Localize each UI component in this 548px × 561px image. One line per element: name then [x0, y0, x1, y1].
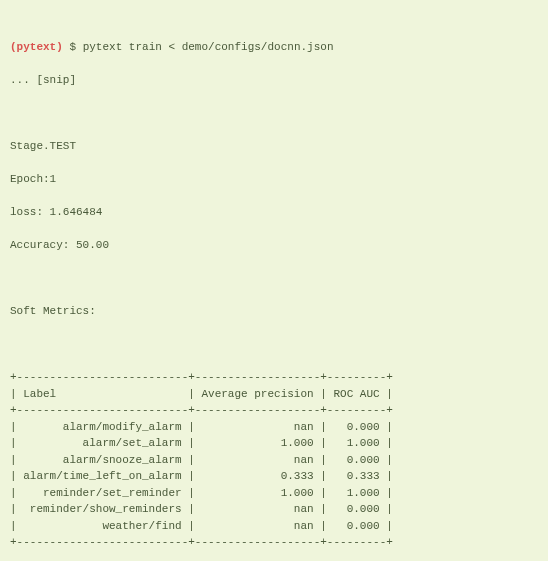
- loss-line: loss: 1.646484: [10, 204, 538, 221]
- snip-line: ... [snip]: [10, 72, 538, 89]
- accuracy-line: Accuracy: 50.00: [10, 237, 538, 254]
- soft-metrics-title: Soft Metrics:: [10, 303, 538, 320]
- shell-prompt: (pytext): [10, 41, 63, 53]
- stage-line: Stage.TEST: [10, 138, 538, 155]
- dollar: $: [69, 41, 76, 53]
- epoch-line: Epoch:1: [10, 171, 538, 188]
- soft-metrics-table: +--------------------------+------------…: [10, 369, 538, 551]
- command-text: pytext train < demo/configs/docnn.json: [83, 41, 334, 53]
